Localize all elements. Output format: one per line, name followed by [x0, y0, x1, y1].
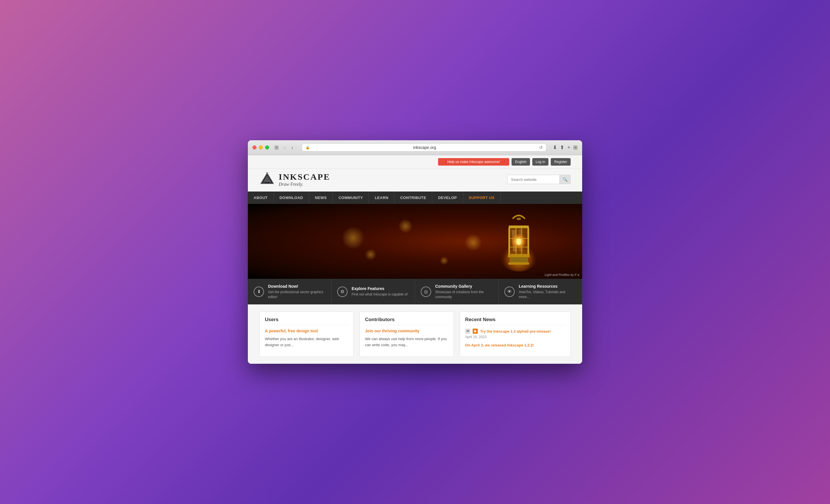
hero-caption: Light and Fireflies by F a: [545, 273, 579, 276]
svg-rect-17: [521, 228, 522, 255]
new-tab-button[interactable]: +: [567, 144, 570, 150]
nav-item-community[interactable]: COMMUNITY: [333, 192, 369, 204]
svg-rect-6: [517, 218, 521, 220]
news-item-1-title[interactable]: ✉ ◉ Try the Inkscape 1.3 alpha0 pre-rele…: [465, 329, 565, 334]
title-bar: ⊞ ‹ › 🔒 inkscape.org ↺ ⬇ ⬆ + ⊞: [248, 140, 582, 155]
hero-glow-2: [398, 219, 413, 233]
site-header: INKSCAPE Draw Freely. 🔍: [248, 169, 582, 192]
logo-tagline: Draw Freely.: [279, 182, 330, 187]
nav-item-about[interactable]: ABOUT: [248, 192, 274, 204]
site-top-bar: ❤️ Help us make Inkscape awesome! ❤️ Eng…: [248, 155, 582, 169]
feature-box-explore[interactable]: ⚙ Explore Features Find out what Inkscap…: [331, 279, 415, 305]
minimize-button[interactable]: [259, 145, 263, 149]
sidebar-toggle-icon[interactable]: ⊞: [274, 144, 279, 150]
nav-item-support-us[interactable]: SUPPORT US: [463, 192, 501, 204]
search-button[interactable]: 🔍: [560, 175, 570, 184]
logo-text: INKSCAPE Draw Freely.: [279, 172, 330, 187]
feature-box-download[interactable]: ⬇ Download Now! Get the professional vec…: [248, 279, 331, 305]
news-rss-icon: ◉: [473, 329, 478, 334]
svg-rect-15: [508, 262, 529, 265]
users-subtitle[interactable]: A powerful, free design tool: [265, 329, 348, 333]
nav-item-news[interactable]: NEWS: [309, 192, 333, 204]
browser-content: ❤️ Help us make Inkscape awesome! ❤️ Eng…: [248, 155, 582, 364]
svg-rect-11: [508, 228, 510, 255]
download-manager-button[interactable]: ⬇: [553, 144, 557, 150]
news-email-icon: ✉: [465, 329, 470, 334]
site-navigation: ABOUT DOWNLOAD NEWS COMMUNITY LEARN CONT…: [248, 192, 582, 204]
nav-item-contribute[interactable]: CONTRIBUTE: [394, 192, 432, 204]
traffic-lights: [252, 145, 269, 149]
browser-window: ⊞ ‹ › 🔒 inkscape.org ↺ ⬇ ⬆ + ⊞ ❤️ Help u…: [248, 140, 582, 364]
search-bar[interactable]: 🔍: [507, 175, 571, 184]
hero-lantern-image: [496, 210, 542, 279]
share-button[interactable]: ⬆: [560, 144, 564, 150]
svg-rect-13: [508, 254, 530, 258]
toolbar-actions: ⬇ ⬆ + ⊞: [553, 144, 578, 150]
feature-desc-download: Get the professional vector graphics edi…: [268, 290, 325, 300]
learning-resources-icon: 👁: [504, 287, 515, 297]
support-heart-button[interactable]: ❤️ Help us make Inkscape awesome! ❤️: [438, 158, 509, 166]
news-item-2: On April 3, we released Inkscape 1.2.2!: [465, 343, 565, 347]
feature-title-explore: Explore Features: [352, 286, 408, 291]
lock-icon: 🔒: [306, 145, 310, 149]
users-title: Users: [265, 317, 348, 325]
inkscape-logo-icon: [259, 172, 275, 188]
explore-features-icon: ⚙: [337, 287, 348, 297]
back-button[interactable]: ‹: [282, 143, 288, 152]
logo-name: INKSCAPE: [279, 172, 330, 182]
users-column: Users A powerful, free design tool Wheth…: [259, 311, 354, 357]
maximize-button[interactable]: [265, 145, 269, 149]
feature-box-gallery[interactable]: ◎ Community Gallery Showcase of creation…: [415, 279, 499, 305]
search-input[interactable]: [508, 175, 560, 184]
hero-glow-5: [440, 256, 448, 265]
forward-button[interactable]: ›: [289, 143, 295, 152]
close-button[interactable]: [252, 145, 256, 149]
feature-desc-gallery: Showcase of creations from the community: [435, 290, 492, 300]
download-now-icon: ⬇: [254, 287, 264, 297]
feature-text-learning: Learning Resources HowTos, Videos, Tutor…: [519, 284, 576, 300]
hero-glow-1: [342, 226, 364, 249]
feature-desc-learning: HowTos, Videos, Tutorials and more...: [519, 290, 576, 300]
svg-rect-14: [510, 257, 528, 263]
feature-desc-explore: Find out what Inkscape is capable of: [352, 292, 408, 297]
nav-item-develop[interactable]: DEVELOP: [432, 192, 463, 204]
svg-rect-16: [515, 228, 517, 255]
contributors-column: Contributors Join our thriving community…: [359, 311, 454, 357]
reload-button[interactable]: ↺: [539, 145, 543, 150]
site-logo[interactable]: INKSCAPE Draw Freely.: [259, 172, 330, 188]
hero-glow-3: [365, 249, 376, 260]
news-column: Recent News ✉ ◉ Try the Inkscape 1.3 alp…: [460, 311, 571, 357]
feature-text-download: Download Now! Get the professional vecto…: [268, 284, 325, 300]
hero-glow-4: [465, 234, 482, 251]
svg-rect-12: [528, 228, 529, 255]
feature-text-explore: Explore Features Find out what Inkscape …: [352, 286, 408, 297]
url-text: inkscape.org: [312, 145, 537, 150]
address-bar[interactable]: 🔒 inkscape.org ↺: [302, 143, 546, 152]
contributors-title: Contributors: [365, 317, 448, 325]
feature-boxes: ⬇ Download Now! Get the professional vec…: [248, 279, 582, 305]
tabs-overview-button[interactable]: ⊞: [573, 144, 578, 150]
login-button[interactable]: Log in: [532, 158, 549, 166]
language-button[interactable]: English: [512, 158, 530, 166]
feature-text-gallery: Community Gallery Showcase of creations …: [435, 284, 492, 300]
contributors-text: We can always use help from more people.…: [365, 336, 448, 348]
svg-rect-4: [266, 172, 268, 174]
nav-buttons: ‹ ›: [282, 143, 295, 152]
nav-item-learn[interactable]: LEARN: [369, 192, 394, 204]
news-item-2-title[interactable]: On April 3, we released Inkscape 1.2.2!: [465, 343, 565, 347]
contributors-subtitle[interactable]: Join our thriving community: [365, 329, 448, 333]
register-button[interactable]: Register: [551, 158, 571, 166]
feature-title-download: Download Now!: [268, 284, 325, 289]
hero-banner: Light and Fireflies by F a: [248, 204, 582, 279]
feature-box-learning[interactable]: 👁 Learning Resources HowTos, Videos, Tut…: [499, 279, 582, 305]
nav-item-download[interactable]: DOWNLOAD: [274, 192, 309, 204]
feature-title-learning: Learning Resources: [519, 284, 576, 289]
main-content: Users A powerful, free design tool Wheth…: [248, 304, 582, 364]
svg-rect-7: [509, 226, 529, 228]
feature-title-gallery: Community Gallery: [435, 284, 492, 289]
community-gallery-icon: ◎: [421, 287, 431, 297]
news-item-1-date: April 19, 2023: [465, 335, 565, 339]
news-item-1: ✉ ◉ Try the Inkscape 1.3 alpha0 pre-rele…: [465, 329, 565, 339]
news-title: Recent News: [465, 317, 565, 325]
users-text: Whether you are an illustrator, designer…: [265, 336, 348, 348]
